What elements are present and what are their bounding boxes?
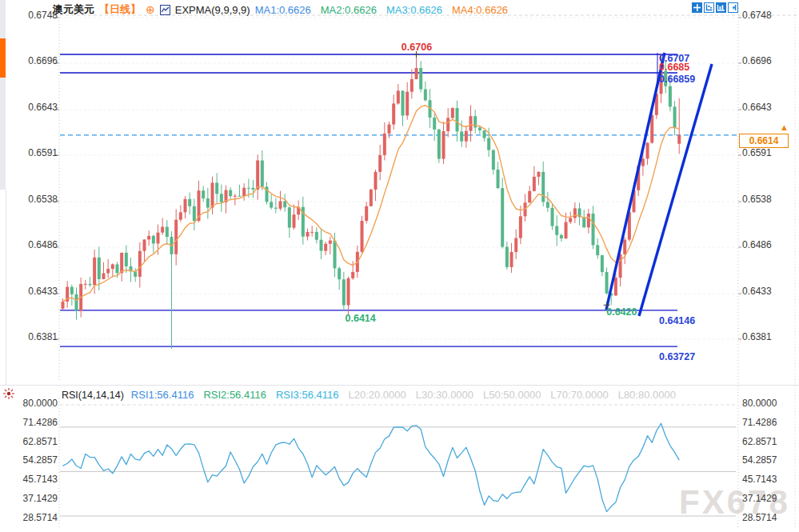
rsi-tick-right: 28.5714 bbox=[742, 512, 777, 523]
rsi-value: L50:50.0000 bbox=[483, 389, 541, 401]
price-tick-right: 0.6381 bbox=[742, 331, 772, 342]
rsi-tick-left: 28.5714 bbox=[21, 512, 58, 523]
price-tick-right: 0.6696 bbox=[742, 55, 772, 66]
rsi-tick-right: 71.4286 bbox=[742, 417, 777, 428]
rsi-value: RSI2:56.4116 bbox=[203, 389, 266, 401]
rsi-value: L30:30.0000 bbox=[416, 389, 473, 401]
current-price-badge: 0.6614 bbox=[739, 134, 789, 148]
price-tick-left: 0.6538 bbox=[21, 194, 58, 205]
rsi-tick-left: 37.1429 bbox=[21, 493, 58, 504]
export-icon[interactable] bbox=[728, 2, 738, 13]
rsi-tick-right: 37.1429 bbox=[742, 493, 777, 504]
price-tick-right: 0.6748 bbox=[742, 10, 772, 21]
ma-value: MA2:0.6626 bbox=[321, 4, 377, 16]
price-tick-right: 0.6643 bbox=[742, 102, 772, 113]
price-tick-left: 0.6696 bbox=[21, 55, 58, 66]
expma-icon bbox=[160, 5, 170, 15]
rsi-values: RSI1:56.4116RSI2:56.4116RSI3:56.4116L20:… bbox=[131, 389, 676, 401]
rsi-value: L80:80.0000 bbox=[618, 389, 676, 401]
side-scrollbar[interactable] bbox=[0, 0, 6, 190]
axis-scale-icon[interactable] bbox=[704, 2, 714, 13]
rsi-tick-left: 71.4286 bbox=[21, 417, 58, 428]
trading-app: 澳元美元 【日线】 ⊕ EXPMA(9,9,9,9) MA1:0.6626MA2… bbox=[0, 0, 799, 532]
chart-toolbar bbox=[692, 2, 738, 13]
side-scrollbar-thumb[interactable] bbox=[0, 38, 6, 78]
rsi-tick-left: 62.8571 bbox=[21, 436, 58, 447]
price-tick-left: 0.6591 bbox=[21, 147, 58, 158]
ma-value: MA1:0.6626 bbox=[255, 4, 311, 16]
price-tick-right: 0.6433 bbox=[742, 286, 772, 297]
ma-value: MA3:0.6626 bbox=[386, 4, 442, 16]
price-tick-left: 0.6748 bbox=[21, 10, 58, 21]
up-arrow-icon: ▲ bbox=[780, 122, 789, 132]
price-tick-left: 0.6433 bbox=[21, 286, 58, 297]
add-indicator-icon[interactable]: ⊕ bbox=[146, 5, 155, 15]
rsi-tick-left: 45.7143 bbox=[21, 474, 58, 485]
symbol-name: 澳元美元 bbox=[53, 2, 94, 17]
resistance-label: 0.6706 bbox=[401, 42, 432, 53]
level-edge-label: 0.63727 bbox=[659, 351, 695, 362]
support-label: 0.6414 bbox=[346, 313, 376, 324]
side-scrollbar-track bbox=[0, 190, 6, 385]
chart-header: 澳元美元 【日线】 ⊕ EXPMA(9,9,9,9) MA1:0.6626MA2… bbox=[53, 2, 508, 17]
rsi-tick-left: 80.0000 bbox=[21, 398, 58, 409]
rsi-tick-right: 80.0000 bbox=[742, 398, 777, 409]
panel-divider bbox=[0, 385, 799, 386]
price-tick-left: 0.6486 bbox=[21, 239, 58, 250]
rsi-value: L20:20.0000 bbox=[348, 389, 405, 401]
rsi-value: L70:70.0000 bbox=[550, 389, 608, 401]
rsi-tick-left: 54.2857 bbox=[21, 454, 58, 466]
level-edge-label: 0.6685 bbox=[659, 62, 689, 73]
rsi-tick-right: 54.2857 bbox=[742, 454, 777, 466]
rsi-indicator-name[interactable]: RSI(14,14,14) bbox=[62, 390, 124, 401]
swing-low-label: 0.6420 bbox=[606, 306, 637, 318]
rsi-value: RSI3:56.4116 bbox=[276, 389, 339, 401]
level-edge-label: 0.64146 bbox=[659, 315, 695, 326]
price-tick-left: 0.6643 bbox=[21, 102, 58, 113]
rsi-value: RSI1:56.4116 bbox=[131, 389, 194, 401]
rsi-tick-right: 45.7143 bbox=[742, 474, 777, 485]
indicator-settings-icon[interactable] bbox=[2, 387, 15, 403]
price-tick-left: 0.6381 bbox=[21, 331, 58, 342]
chart-style-icon[interactable] bbox=[716, 2, 726, 13]
move-icon[interactable] bbox=[692, 2, 702, 13]
price-tick-right: 0.6591 bbox=[742, 147, 772, 158]
rsi-tick-right: 62.8571 bbox=[742, 436, 777, 447]
price-tick-right: 0.6538 bbox=[742, 194, 772, 205]
timeframe-label[interactable]: 【日线】 bbox=[99, 2, 141, 17]
rsi-header: RSI(14,14,14) RSI1:56.4116RSI2:56.4116RS… bbox=[62, 389, 676, 401]
level-edge-label: 0.66859 bbox=[659, 74, 695, 85]
price-tick-right: 0.6486 bbox=[742, 239, 772, 250]
indicator-name[interactable]: EXPMA(9,9,9,9) bbox=[175, 4, 250, 16]
ma-value: MA4:0.6626 bbox=[452, 4, 508, 16]
ma-values: MA1:0.6626MA2:0.6626MA3:0.6626MA4:0.6626 bbox=[255, 4, 508, 16]
